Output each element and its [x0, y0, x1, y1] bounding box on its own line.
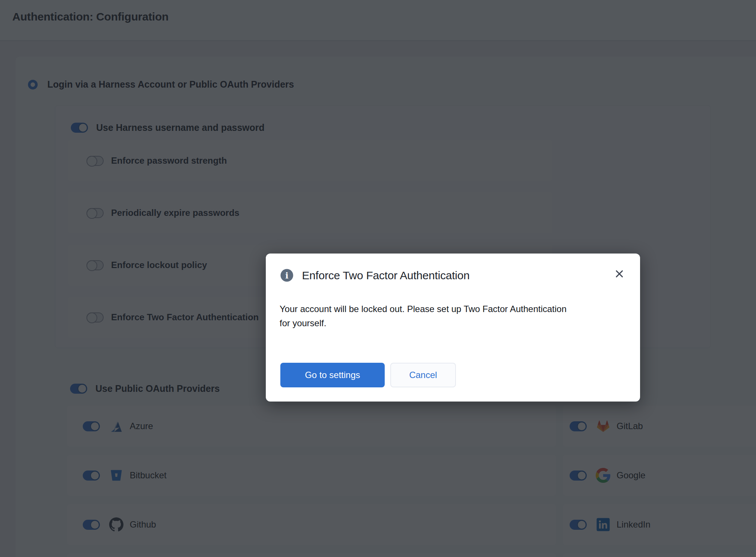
go-to-settings-button[interactable]: Go to settings: [280, 363, 385, 387]
dialog-actions: Go to settings Cancel: [280, 363, 456, 387]
cancel-button[interactable]: Cancel: [390, 363, 456, 387]
close-icon[interactable]: [613, 268, 625, 280]
info-icon: i: [280, 268, 294, 282]
dialog-message: Your account will be locked out. Please …: [280, 302, 578, 330]
svg-text:i: i: [285, 271, 289, 280]
dialog-title: Enforce Two Factor Authentication: [302, 269, 470, 282]
two-factor-dialog: i Enforce Two Factor Authentication Your…: [266, 254, 640, 402]
dialog-header: i Enforce Two Factor Authentication: [280, 268, 470, 282]
